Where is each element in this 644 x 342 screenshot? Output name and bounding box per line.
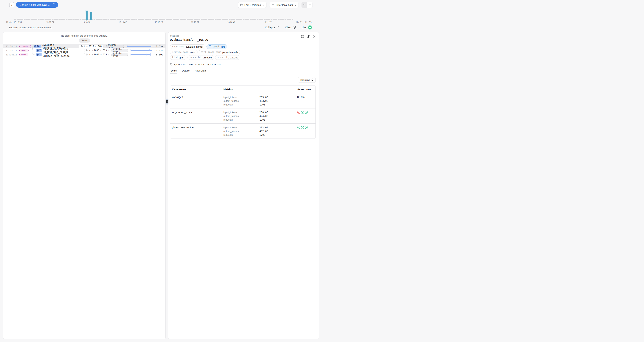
eval-case-row[interactable]: vegetarian_recipe input_tokens:208.00 ou… xyxy=(170,108,316,124)
expand-span-count-badge[interactable]: 7 xyxy=(36,49,42,52)
stopwatch-icon xyxy=(170,63,172,66)
case-metrics: input_tokens:208.00 output_tokens:424.00… xyxy=(224,110,279,122)
metric-label: input_tokens: xyxy=(224,110,260,114)
eval-case-row[interactable]: Averages input_tokens:205.00 output_toke… xyxy=(170,93,316,108)
copy-link-icon[interactable] xyxy=(307,35,310,39)
x-tick-label: 13:18:10 xyxy=(82,21,90,23)
trace-row[interactable]: 13:18:11 evals 16 evaluate transform_rec… xyxy=(3,44,166,48)
x-tick-mark xyxy=(122,20,123,21)
evals-badge[interactable]: evals xyxy=(20,53,28,56)
attr-key: trace_id xyxy=(190,56,200,59)
timeline-histogram: 10 5 0 Mar 31. 13:16:5513:17:3213:18:101… xyxy=(0,10,322,24)
info-icon xyxy=(209,45,211,48)
span-duration-bar xyxy=(131,53,152,56)
output-tokens-count: 325 xyxy=(103,53,107,56)
pass-icon xyxy=(297,126,300,129)
input-tokens-count: 2112 xyxy=(89,45,94,48)
attr-pill-span-id[interactable]: span_id ...1ca2ce xyxy=(215,55,240,60)
x-tick-mark xyxy=(195,20,195,21)
attr-pill-kind[interactable]: kind span xyxy=(170,55,186,60)
attr-pill-service-name[interactable]: service_name evals xyxy=(170,50,198,54)
plus-box-icon xyxy=(36,54,38,56)
histogram-plot-area[interactable]: 10 5 0 xyxy=(14,11,304,20)
metric-label: requests: xyxy=(224,103,260,107)
span-duration: 7.53s xyxy=(155,49,163,52)
metric-value: 202.00 xyxy=(260,126,268,129)
histogram-bar[interactable] xyxy=(90,12,92,20)
metric-label: output_tokens: xyxy=(224,114,260,118)
coin-icon xyxy=(80,45,83,47)
trace-list-panel: No older items in the selected time wind… xyxy=(3,32,166,171)
evals-table: Case name Metrics Assertions Averages in… xyxy=(170,85,316,139)
time-range-dropdown[interactable]: Last 5 minutes xyxy=(238,2,267,8)
attr-pill-level[interactable]: level Info xyxy=(206,44,227,49)
scope-tag[interactable]: pydantic-evals xyxy=(111,53,128,56)
close-icon[interactable] xyxy=(313,35,316,39)
eval-case-row[interactable]: gluten_free_recipe input_tokens:202.00 o… xyxy=(170,124,316,138)
x-tick-mark xyxy=(231,20,232,21)
scope-tag[interactable]: pydantic-evals xyxy=(111,49,128,52)
x-tick-label: 13:19:25 xyxy=(155,21,163,23)
sigma-icon: Σ xyxy=(89,53,90,56)
timing-took-word: took xyxy=(181,63,186,66)
input-tokens-arrow-icon: ↗ xyxy=(91,53,93,56)
list-view-button[interactable] xyxy=(307,2,312,8)
record-kind-label: message xyxy=(170,35,208,37)
x-tick-label: 13:17:32 xyxy=(46,21,54,23)
histogram-bar[interactable] xyxy=(86,11,88,20)
trace-row[interactable]: 13:18:11 evals 7 transform_recipe: veget… xyxy=(3,48,166,53)
trace-row[interactable]: 13:18:11 evals 7 transform_recipe: glute… xyxy=(3,53,166,57)
tree-view-button[interactable] xyxy=(302,2,307,8)
attr-value: Info xyxy=(221,45,225,48)
timing-duration: 7.53s xyxy=(187,63,193,66)
output-tokens-count: 323 xyxy=(103,49,107,52)
x-tick-mark xyxy=(86,20,87,21)
no-older-items-text: No older items in the selected time wind… xyxy=(3,34,166,37)
empty-buckets-strip xyxy=(14,19,293,20)
plus-box-icon xyxy=(37,50,39,52)
clear-button[interactable]: Clear xyxy=(285,26,296,29)
token-usage-pill[interactable]: Σ ↗ 1030 ↙ 323 xyxy=(84,49,109,52)
attr-value: evals xyxy=(190,51,195,54)
pass-icon xyxy=(305,126,308,129)
case-metrics: input_tokens:205.00 output_tokens:453.00… xyxy=(224,95,279,107)
span-detail-panel: message evaluate transform_recipe span_n… xyxy=(168,32,319,171)
x-tick-label: 13:20:40 xyxy=(227,21,235,23)
sigma-icon: Σ xyxy=(84,45,85,47)
tab-raw-data[interactable]: Raw Data xyxy=(194,69,206,74)
tab-evals[interactable]: Evals xyxy=(170,69,177,74)
timing-span-word: Span xyxy=(174,63,180,66)
x-tick-label: 13:20:02 xyxy=(191,21,199,23)
case-name: Averages xyxy=(172,95,183,99)
filter-local-data-dropdown[interactable]: Filter local data xyxy=(269,2,299,8)
evals-badge[interactable]: evals xyxy=(20,49,28,52)
coin-icon xyxy=(86,49,88,52)
token-usage-pill[interactable]: Σ ↗ 1082 ↙ 325 xyxy=(84,53,109,56)
metric-value: 453.00 xyxy=(260,99,268,103)
tab-details[interactable]: Details xyxy=(182,69,190,74)
attr-value: span xyxy=(179,56,184,59)
live-toggle[interactable]: Live xyxy=(302,25,312,30)
trace-timestamp: 13:18:11 xyxy=(6,49,16,52)
attr-value: ...15ddb8 xyxy=(202,56,212,59)
attr-pill-span-name[interactable]: span_name evaluate {name} xyxy=(170,44,205,49)
search-button[interactable]: Search & filter with SQL... xyxy=(16,2,58,8)
attr-value: ...1ca2ce xyxy=(228,56,238,59)
live-toggle-label: Live xyxy=(302,26,306,29)
attr-pill-otel-scope[interactable]: otel_scope_name pydantic-evals xyxy=(199,50,240,54)
today-pill[interactable]: Today xyxy=(79,39,90,43)
panel-resize-handle[interactable] xyxy=(166,99,168,105)
span-duration: 6.89s xyxy=(155,53,163,56)
metric-value: 208.00 xyxy=(260,110,268,114)
attr-key: span_id xyxy=(218,56,227,59)
columns-button[interactable]: Columns xyxy=(298,77,316,83)
attr-pill-trace-id[interactable]: trace_id ...15ddb8 xyxy=(188,55,214,60)
search-icon xyxy=(53,3,56,7)
dock-panel-icon[interactable] xyxy=(301,35,304,39)
expand-span-count-badge[interactable]: 7 xyxy=(36,53,42,56)
collapse-button[interactable]: Collapse xyxy=(265,26,279,29)
pass-icon xyxy=(301,126,304,129)
scope-tag[interactable]: pydantic-evals xyxy=(106,45,124,48)
coin-icon xyxy=(86,53,88,56)
evals-badge[interactable]: evals xyxy=(20,45,31,48)
